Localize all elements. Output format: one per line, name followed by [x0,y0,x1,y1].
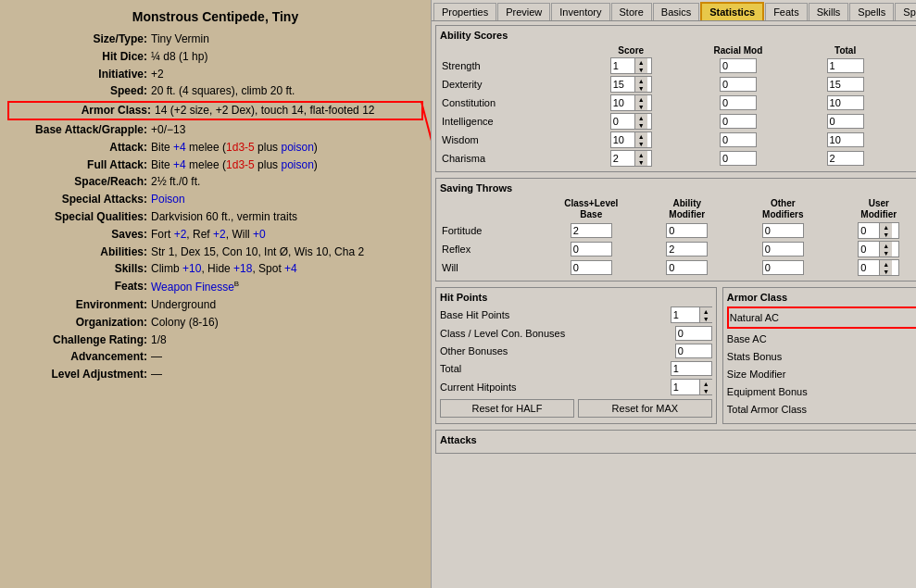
base-attack-label: Base Attack/Grapple: [7,122,151,138]
col-score-header: Score [580,44,683,56]
save-class-base-2: 0 [543,258,639,277]
initiative-row: Initiative: +2 [7,67,423,82]
save-user-up-0[interactable]: ▲ [879,223,892,231]
ability-score-up-2[interactable]: ▲ [634,95,647,103]
save-user-down-0[interactable]: ▼ [879,231,892,238]
ability-score-input-3[interactable] [611,115,634,128]
ability-score-input-0[interactable] [611,59,634,72]
ability-score-1[interactable]: ▲ ▼ [580,75,683,94]
ability-row-intelligence: Intelligence ▲ ▼ 0 0 -5 [440,112,916,131]
base-hp-field[interactable] [671,308,699,321]
col-class-base-header: Class+LevelBase [543,197,639,221]
base-hp-input[interactable]: ▲ ▼ [671,307,712,323]
ability-score-input-5[interactable] [611,152,634,165]
saves-row: Saves: Fort +2, Ref +2, Will +0 [7,227,423,243]
col-other-mod-header: OtherModifiers [735,197,832,221]
save-user-mod-input-2[interactable] [859,261,879,274]
hit-points-title: Hit Points [440,292,712,303]
current-hp-up[interactable]: ▲ [699,380,712,387]
save-user-mod-input-1[interactable] [859,243,879,256]
current-hp-input[interactable]: ▲ ▼ [671,379,712,395]
saving-throws-table: Class+LevelBase AbilityModifier OtherMod… [440,197,916,277]
reset-half-button[interactable]: Reset for HALF [440,399,574,418]
save-user-mod-input-0[interactable] [859,224,879,237]
save-user-mod-2[interactable]: ▲ ▼ [831,258,916,277]
ability-score-spinner-3: ▲ ▼ [634,114,647,129]
tab-store[interactable]: Store [611,3,652,20]
ability-score-down-5[interactable]: ▼ [634,158,647,166]
full-attack-label: Full Attack: [7,157,151,173]
ability-label-1: Dexterity [440,75,580,94]
ability-score-up-4[interactable]: ▲ [634,132,647,140]
ability-score-up-0[interactable]: ▲ [634,58,647,66]
level-adjustment-label: Level Adjustment: [7,367,151,382]
ability-score-5[interactable]: ▲ ▼ [580,149,683,168]
ability-score-0[interactable]: ▲ ▼ [580,56,683,75]
full-attack-row: Full Attack: Bite +4 melee (1d3-5 plus p… [7,157,423,173]
ability-total-0: 1 [794,56,897,75]
reset-max-button[interactable]: Reset for MAX [578,399,712,418]
save-user-down-2[interactable]: ▼ [879,268,892,275]
ability-score-down-3[interactable]: ▼ [634,121,647,129]
ability-racial-3: 0 [683,112,795,131]
ability-score-down-1[interactable]: ▼ [634,84,647,92]
current-hp-row: Current Hitpoints ▲ ▼ [440,379,712,395]
other-hp-field[interactable] [675,344,712,358]
ability-score-input-1[interactable] [611,78,634,91]
save-ability-mod-2: 0 [639,258,735,277]
col-bonus-header: Bonus [897,44,916,56]
current-hp-down[interactable]: ▼ [699,387,712,394]
base-attack-value: +0/−13 [151,122,423,138]
level-adjustment-row: Level Adjustment: — [7,367,423,382]
save-ability-mod-0: 0 [639,221,735,240]
current-hp-field[interactable] [671,381,699,394]
class-hp-field[interactable] [675,326,712,341]
armor-class-section-title: Armor Class [727,292,916,303]
save-user-up-1[interactable]: ▲ [879,242,892,249]
organization-label: Organization: [7,315,151,331]
ability-score-spinner-1: ▲ ▼ [634,77,647,92]
cr-row: Challenge Rating: 1/8 [7,332,423,348]
ability-bonus-5: -4 [897,149,916,168]
special-qualities-value: Darkvision 60 ft., vermin traits [151,209,423,225]
ability-score-up-5[interactable]: ▲ [634,151,647,158]
save-user-mod-0[interactable]: ▲ ▼ [831,221,916,240]
ability-score-up-1[interactable]: ▲ [634,77,647,84]
stats-bonus-row: Stats Bonus 2 [727,349,916,364]
ability-total-1: 15 [794,75,897,94]
tab-feats[interactable]: Feats [765,3,808,20]
ability-score-up-3[interactable]: ▲ [634,114,647,121]
total-hp-value: 1 [671,361,712,376]
initiative-label: Initiative: [7,67,151,82]
ability-bonus-1: 2 [897,75,916,94]
ability-score-3[interactable]: ▲ ▼ [580,112,683,131]
ability-score-4[interactable]: ▲ ▼ [580,131,683,149]
tab-statistics[interactable]: Statistics [700,2,764,20]
tab-spells[interactable]: Spells [849,3,894,20]
natural-ac-row: Natural AC ▲ ▼ [727,307,916,329]
ability-racial-4: 0 [683,131,795,149]
tab-basics[interactable]: Basics [653,3,699,20]
ability-score-down-0[interactable]: ▼ [634,66,647,73]
tab-inventory[interactable]: Inventory [551,3,609,20]
save-user-down-1[interactable]: ▼ [879,249,892,256]
save-user-mod-1[interactable]: ▲ ▼ [831,240,916,258]
ability-score-2[interactable]: ▲ ▼ [580,94,683,112]
col-ability-header [440,44,580,56]
ability-score-down-4[interactable]: ▼ [634,140,647,147]
tab-preview[interactable]: Preview [497,3,550,20]
saves-value: Fort +2, Ref +2, Will +0 [151,227,423,243]
base-hp-up[interactable]: ▲ [699,307,712,315]
base-ac-label: Base AC [727,333,916,344]
tab-special-abilities[interactable]: Special Abili [895,3,916,20]
save-label-1: Reflex [440,240,543,258]
base-hp-down[interactable]: ▼ [699,315,712,322]
ability-score-input-4[interactable] [611,133,634,146]
ability-label-0: Strength [440,56,580,75]
natural-ac-label: Natural AC [730,312,916,323]
ability-score-input-2[interactable] [611,96,634,109]
ability-score-down-2[interactable]: ▼ [634,103,647,110]
save-user-up-2[interactable]: ▲ [879,260,892,268]
tab-properties[interactable]: Properties [433,3,496,20]
tab-skills[interactable]: Skills [809,3,849,20]
